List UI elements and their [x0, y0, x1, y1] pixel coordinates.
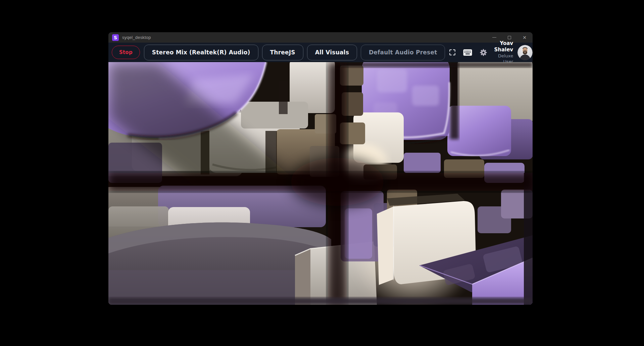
close-icon[interactable]: ✕ — [523, 35, 527, 40]
toolbar: Stop Stereo Mix (Realtek(R) Audio) Three… — [108, 43, 533, 62]
stop-button[interactable]: Stop — [112, 46, 140, 59]
app-window: S syqel_desktop ✕ Stop Stereo Mix (Realt… — [108, 32, 533, 305]
audio-device-button[interactable]: Stereo Mix (Realtek(R) Audio) — [144, 45, 258, 60]
maximize-icon[interactable] — [508, 36, 511, 39]
visuals-button[interactable]: All Visuals — [307, 45, 357, 60]
app-icon: S — [112, 34, 119, 41]
app-icon-letter: S — [114, 35, 117, 40]
keyboard-icon[interactable] — [463, 49, 472, 56]
audio-preset-button[interactable]: Default Audio Preset — [361, 45, 445, 60]
fullscreen-icon[interactable] — [449, 49, 456, 56]
visualizer-3d-render — [108, 62, 533, 305]
user-info: Yoav Shalev Deluxe User — [494, 40, 513, 65]
engine-button[interactable]: ThreeJS — [262, 45, 303, 60]
window-title: syqel_desktop — [122, 35, 151, 40]
desktop-background: { "window": { "title": "syqel_desktop", … — [0, 0, 644, 346]
visualizer-canvas — [108, 62, 533, 305]
user-name: Yoav Shalev — [494, 40, 513, 53]
avatar[interactable] — [517, 45, 533, 60]
window-controls: ✕ — [492, 35, 527, 40]
titlebar: S syqel_desktop ✕ — [108, 32, 533, 43]
minimize-icon[interactable] — [492, 37, 496, 38]
settings-gear-icon[interactable] — [479, 48, 488, 57]
